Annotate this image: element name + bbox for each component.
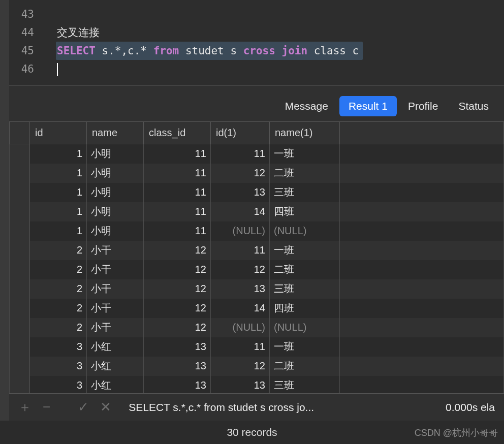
table-row[interactable]: 2小干1214四班 [10,299,504,318]
cell-name1[interactable]: (NULL) [270,221,340,241]
cell-name1[interactable]: 三班 [270,279,340,299]
cell-class-id[interactable]: 11 [144,202,211,221]
cell-name[interactable]: 小明 [87,144,144,164]
table-row[interactable]: 2小干1212二班 [10,260,504,279]
cell-id[interactable]: 2 [30,299,87,318]
cell-spacer [340,260,504,279]
table-row[interactable]: 3小红1311一班 [10,337,504,357]
cell-class-id[interactable]: 12 [144,299,211,318]
cell-id[interactable]: 1 [30,164,87,183]
cell-class-id[interactable]: 13 [144,337,211,357]
cell-id[interactable]: 1 [30,183,87,202]
tab-profile[interactable]: Profile [399,96,448,116]
code-editor[interactable]: 43 44 45 46 交叉连接 SELECT s.*,c.* from stu… [0,0,504,85]
cell-class-id[interactable]: 12 [144,318,211,337]
cell-name[interactable]: 小干 [87,318,144,337]
cell-id1[interactable]: 13 [211,279,270,299]
cell-id1[interactable]: (NULL) [211,221,270,241]
cell-class-id[interactable]: 13 [144,376,211,395]
tab-message[interactable]: Message [276,96,337,116]
cell-id1[interactable]: (NULL) [211,318,270,337]
cell-name1[interactable]: 四班 [270,202,340,221]
cell-id1[interactable]: 12 [211,357,270,376]
cell-id1[interactable]: 13 [211,376,270,395]
col-name1[interactable]: name(1) [270,122,340,144]
cell-id1[interactable]: 12 [211,164,270,183]
cell-name[interactable]: 小干 [87,299,144,318]
cell-id1[interactable]: 14 [211,202,270,221]
cell-name[interactable]: 小红 [87,337,144,357]
table-row[interactable]: 2小干12(NULL)(NULL) [10,318,504,337]
col-id[interactable]: id [30,122,87,144]
table-row[interactable]: 3小红1312二班 [10,357,504,376]
cell-name1[interactable]: 二班 [270,260,340,279]
cell-name1[interactable]: 三班 [270,183,340,202]
cell-spacer [340,241,504,260]
cell-id1[interactable]: 14 [211,299,270,318]
table-row[interactable]: 1小明11(NULL)(NULL) [10,221,504,241]
tab-result[interactable]: Result 1 [339,96,397,116]
cell-name1[interactable]: 一班 [270,241,340,260]
cell-class-id[interactable]: 11 [144,221,211,241]
cell-id1[interactable]: 11 [211,144,270,164]
cancel-icon[interactable]: ✕ [100,399,111,415]
cell-name1[interactable]: 一班 [270,337,340,357]
apply-icon[interactable]: ✓ [78,399,89,415]
cell-name1[interactable]: 四班 [270,299,340,318]
cell-name1[interactable]: 二班 [270,357,340,376]
cell-name[interactable]: 小干 [87,260,144,279]
cell-id1[interactable]: 11 [211,337,270,357]
cell-class-id[interactable]: 11 [144,144,211,164]
cell-name[interactable]: 小明 [87,183,144,202]
cell-class-id[interactable]: 11 [144,183,211,202]
selected-sql[interactable]: SELECT s.*,c.* from studet s cross join … [56,42,363,60]
cell-class-id[interactable]: 12 [144,260,211,279]
remove-row-icon[interactable]: − [43,399,50,415]
cell-name1[interactable]: (NULL) [270,318,340,337]
col-name[interactable]: name [87,122,144,144]
cell-id1[interactable]: 11 [211,241,270,260]
cell-id[interactable]: 2 [30,279,87,299]
add-row-icon[interactable]: ＋ [18,398,32,416]
cell-id[interactable]: 1 [30,144,87,164]
cell-name[interactable]: 小干 [87,279,144,299]
cell-name[interactable]: 小红 [87,357,144,376]
results-grid[interactable]: id name class_id id(1) name(1) 1小明1111一班… [9,121,504,395]
tab-status[interactable]: Status [449,96,498,116]
cell-name[interactable]: 小明 [87,221,144,241]
cell-id[interactable]: 1 [30,202,87,221]
cell-name[interactable]: 小红 [87,376,144,395]
cell-id[interactable]: 2 [30,318,87,337]
table-row[interactable]: 3小红1313三班 [10,376,504,395]
col-class-id[interactable]: class_id [144,122,211,144]
cell-id[interactable]: 2 [30,260,87,279]
cell-id[interactable]: 3 [30,357,87,376]
row-head [10,144,30,164]
cell-id[interactable]: 3 [30,337,87,357]
cell-spacer [340,279,504,299]
cell-id1[interactable]: 12 [211,260,270,279]
col-id1[interactable]: id(1) [211,122,270,144]
cell-id1[interactable]: 13 [211,183,270,202]
cell-class-id[interactable]: 12 [144,241,211,260]
cell-class-id[interactable]: 11 [144,164,211,183]
table-row[interactable]: 2小干1211一班 [10,241,504,260]
cell-id[interactable]: 1 [30,221,87,241]
cell-spacer [340,318,504,337]
code-area[interactable]: 交叉连接 SELECT s.*,c.* from studet s cross … [41,0,504,85]
table-row[interactable]: 1小明1112二班 [10,164,504,183]
cell-class-id[interactable]: 12 [144,279,211,299]
table-row[interactable]: 1小明1111一班 [10,144,504,164]
cell-name1[interactable]: 二班 [270,164,340,183]
cell-class-id[interactable]: 13 [144,357,211,376]
cell-name[interactable]: 小明 [87,164,144,183]
cell-name[interactable]: 小干 [87,241,144,260]
cell-name[interactable]: 小明 [87,202,144,221]
table-row[interactable]: 1小明1114四班 [10,202,504,221]
cell-name1[interactable]: 三班 [270,376,340,395]
cell-id[interactable]: 2 [30,241,87,260]
table-row[interactable]: 2小干1213三班 [10,279,504,299]
cell-name1[interactable]: 一班 [270,144,340,164]
cell-id[interactable]: 3 [30,376,87,395]
table-row[interactable]: 1小明1113三班 [10,183,504,202]
